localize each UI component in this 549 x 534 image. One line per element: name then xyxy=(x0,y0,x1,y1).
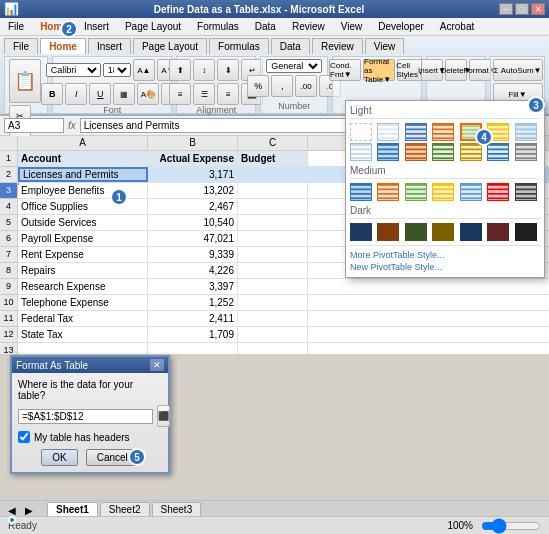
dialog-close-button[interactable]: ✕ xyxy=(150,359,164,371)
dialog-ok-button[interactable]: OK xyxy=(41,449,77,466)
menu-developer[interactable]: Developer xyxy=(374,20,428,33)
sheet-tab-3[interactable]: Sheet3 xyxy=(152,502,202,516)
cell-b7[interactable]: 9,339 xyxy=(148,247,238,262)
style-light-8[interactable] xyxy=(377,143,399,161)
dialog-range-input[interactable] xyxy=(18,409,153,424)
col-header-b[interactable]: B xyxy=(148,136,238,150)
cell-c3[interactable] xyxy=(238,183,308,198)
sheet-tab-1[interactable]: Sheet1 xyxy=(47,502,98,516)
cell-c8[interactable] xyxy=(238,263,308,278)
align-middle-button[interactable]: ↕ xyxy=(193,59,215,81)
tab-review[interactable]: Review xyxy=(312,38,363,54)
menu-file[interactable]: File xyxy=(4,20,28,33)
font-family-select[interactable]: Calibri xyxy=(46,63,101,77)
row-num-13[interactable]: 13 xyxy=(0,343,18,354)
style-light-10[interactable] xyxy=(432,143,454,161)
cell-a11[interactable]: Federal Tax xyxy=(18,311,148,326)
row-num-7[interactable]: 7 xyxy=(0,247,18,263)
cell-a1[interactable]: Account xyxy=(18,151,148,166)
cell-a8[interactable]: Repairs xyxy=(18,263,148,278)
comma-button[interactable]: , xyxy=(271,75,293,97)
cell-b3[interactable]: 13,202 xyxy=(148,183,238,198)
tab-insert[interactable]: Insert xyxy=(88,38,131,54)
cell-c4[interactable] xyxy=(238,199,308,214)
col-header-c[interactable]: C xyxy=(238,136,308,150)
row-num-4[interactable]: 4 xyxy=(0,199,18,215)
cell-a7[interactable]: Rent Expense xyxy=(18,247,148,262)
underline-button[interactable]: U xyxy=(89,83,111,105)
cell-c5[interactable] xyxy=(238,215,308,230)
sheet-tab-2[interactable]: Sheet2 xyxy=(100,502,150,516)
increase-decimal-button[interactable]: .00 xyxy=(295,75,317,97)
tab-pagelayout[interactable]: Page Layout xyxy=(133,38,207,54)
cell-c11[interactable] xyxy=(238,311,308,326)
font-size-select[interactable]: 18101112 xyxy=(103,63,131,77)
row-num-10[interactable]: 10 xyxy=(0,295,18,311)
cell-b11[interactable]: 2,411 xyxy=(148,311,238,326)
style-dark-5[interactable] xyxy=(460,223,482,241)
tab-data[interactable]: Data xyxy=(271,38,310,54)
cell-a12[interactable]: State Tax xyxy=(18,327,148,342)
sheet-tab-nav-right[interactable]: ▶ xyxy=(21,505,37,516)
menu-review[interactable]: Review xyxy=(288,20,329,33)
cell-c6[interactable] xyxy=(238,231,308,246)
align-center-button[interactable]: ☰ xyxy=(193,83,215,105)
more-pivotstyle-link[interactable]: More PivotTable Style... xyxy=(350,249,540,261)
dialog-range-picker-button[interactable]: ⬛ xyxy=(157,405,170,427)
menu-view[interactable]: View xyxy=(337,20,367,33)
name-box[interactable] xyxy=(4,118,64,133)
zoom-slider[interactable] xyxy=(481,521,541,531)
cell-c10[interactable] xyxy=(238,295,308,310)
minimize-button[interactable]: ─ xyxy=(499,3,513,15)
conditional-formatting-button[interactable]: Cond. Fmt▼ xyxy=(329,59,361,81)
cell-b4[interactable]: 2,467 xyxy=(148,199,238,214)
menu-pagelayout[interactable]: Page Layout xyxy=(121,20,185,33)
cell-a9[interactable]: Research Expense xyxy=(18,279,148,294)
new-pivotstyle-link[interactable]: New PivotTable Style... xyxy=(350,261,540,273)
italic-button[interactable]: I xyxy=(65,83,87,105)
style-med-2[interactable] xyxy=(377,183,399,201)
menu-data[interactable]: Data xyxy=(251,20,280,33)
dialog-headers-checkbox[interactable] xyxy=(18,431,30,443)
tab-file[interactable]: File xyxy=(4,38,38,54)
row-num-5[interactable]: 5 xyxy=(0,215,18,231)
align-top-button[interactable]: ⬆ xyxy=(169,59,191,81)
style-med-3[interactable] xyxy=(405,183,427,201)
align-left-button[interactable]: ≡ xyxy=(169,83,191,105)
cell-c1[interactable]: Budget xyxy=(238,151,308,166)
format-as-table-button[interactable]: Format as Table▼ xyxy=(363,59,395,81)
style-med-4[interactable] xyxy=(432,183,454,201)
row-num-2[interactable]: 2 xyxy=(0,167,18,183)
menu-insert[interactable]: Insert xyxy=(80,20,113,33)
style-med-6[interactable] xyxy=(487,183,509,201)
style-dark-1[interactable] xyxy=(350,223,372,241)
style-light-2[interactable] xyxy=(405,123,427,141)
paste-button[interactable]: 📋 xyxy=(9,59,41,103)
row-num-3[interactable]: 3 xyxy=(0,183,18,199)
tab-formulas[interactable]: Formulas xyxy=(209,38,269,54)
cell-b13[interactable] xyxy=(148,343,238,354)
cell-b6[interactable]: 47,021 xyxy=(148,231,238,246)
style-dark-6[interactable] xyxy=(487,223,509,241)
number-format-select[interactable]: General xyxy=(266,59,322,73)
align-right-button[interactable]: ≡ xyxy=(217,83,239,105)
row-num-12[interactable]: 12 xyxy=(0,327,18,343)
cell-b12[interactable]: 1,709 xyxy=(148,327,238,342)
percent-button[interactable]: % xyxy=(247,75,269,97)
row-num-6[interactable]: 6 xyxy=(0,231,18,247)
style-light-1[interactable] xyxy=(377,123,399,141)
cell-b8[interactable]: 4,226 xyxy=(148,263,238,278)
cell-b9[interactable]: 3,397 xyxy=(148,279,238,294)
cell-a2[interactable]: Licenses and Permits xyxy=(18,167,148,182)
style-dark-4[interactable] xyxy=(432,223,454,241)
menu-formulas[interactable]: Formulas xyxy=(193,20,243,33)
fill-color-button[interactable]: A🎨 xyxy=(137,83,159,105)
style-none[interactable] xyxy=(350,123,372,141)
border-button[interactable]: ▦ xyxy=(113,83,135,105)
cell-b5[interactable]: 10,540 xyxy=(148,215,238,230)
style-light-7[interactable] xyxy=(350,143,372,161)
style-light-12[interactable] xyxy=(487,143,509,161)
style-dark-7[interactable] xyxy=(515,223,537,241)
cell-c7[interactable] xyxy=(238,247,308,262)
style-light-11[interactable] xyxy=(460,143,482,161)
